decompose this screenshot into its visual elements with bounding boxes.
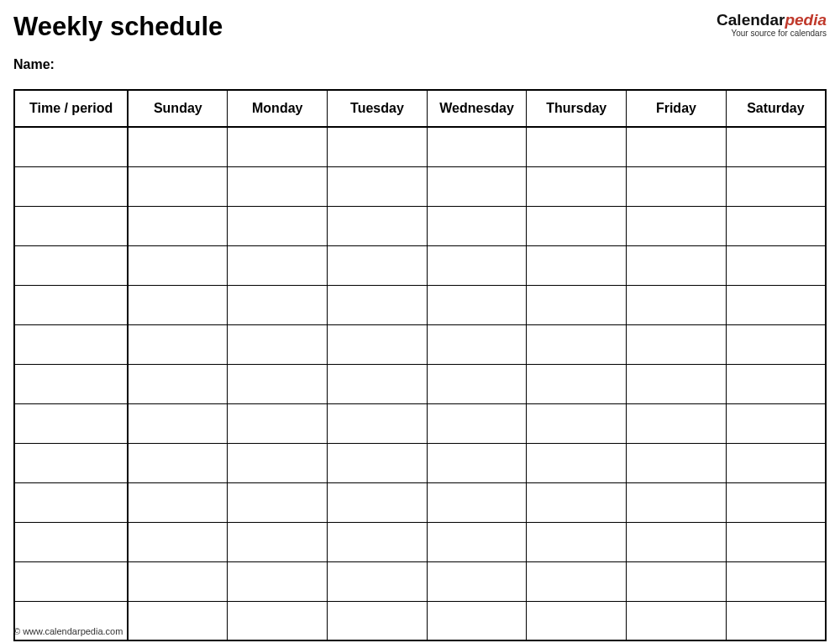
day-cell[interactable]	[627, 166, 727, 206]
day-cell[interactable]	[328, 403, 428, 443]
day-cell[interactable]	[627, 561, 727, 601]
day-cell[interactable]	[726, 482, 826, 522]
day-cell[interactable]	[726, 285, 826, 324]
day-cell[interactable]	[328, 285, 428, 324]
day-cell[interactable]	[527, 245, 627, 285]
day-cell[interactable]	[427, 285, 527, 324]
day-cell[interactable]	[328, 166, 428, 206]
day-cell[interactable]	[627, 443, 727, 482]
day-cell[interactable]	[128, 443, 228, 482]
day-cell[interactable]	[527, 166, 627, 206]
day-cell[interactable]	[527, 285, 627, 324]
day-cell[interactable]	[726, 443, 826, 482]
day-cell[interactable]	[427, 127, 527, 166]
day-cell[interactable]	[427, 482, 527, 522]
day-cell[interactable]	[328, 127, 428, 166]
day-cell[interactable]	[726, 561, 826, 601]
day-cell[interactable]	[228, 522, 328, 561]
time-cell[interactable]	[14, 443, 128, 482]
day-cell[interactable]	[427, 166, 527, 206]
day-cell[interactable]	[427, 324, 527, 364]
day-cell[interactable]	[328, 364, 428, 403]
day-cell[interactable]	[627, 364, 727, 403]
day-cell[interactable]	[228, 245, 328, 285]
day-cell[interactable]	[128, 285, 228, 324]
day-cell[interactable]	[527, 364, 627, 403]
day-cell[interactable]	[627, 245, 727, 285]
day-cell[interactable]	[228, 601, 328, 640]
time-cell[interactable]	[14, 403, 128, 443]
day-cell[interactable]	[328, 324, 428, 364]
day-cell[interactable]	[527, 482, 627, 522]
day-cell[interactable]	[527, 403, 627, 443]
day-cell[interactable]	[427, 443, 527, 482]
day-cell[interactable]	[726, 601, 826, 640]
day-cell[interactable]	[627, 206, 727, 245]
time-cell[interactable]	[14, 127, 128, 166]
day-cell[interactable]	[128, 482, 228, 522]
day-cell[interactable]	[527, 522, 627, 561]
day-cell[interactable]	[726, 522, 826, 561]
day-cell[interactable]	[328, 443, 428, 482]
day-cell[interactable]	[128, 403, 228, 443]
time-cell[interactable]	[14, 285, 128, 324]
day-cell[interactable]	[228, 364, 328, 403]
day-cell[interactable]	[726, 166, 826, 206]
day-cell[interactable]	[128, 561, 228, 601]
day-cell[interactable]	[228, 206, 328, 245]
day-cell[interactable]	[726, 403, 826, 443]
day-cell[interactable]	[228, 166, 328, 206]
day-cell[interactable]	[328, 245, 428, 285]
day-cell[interactable]	[128, 206, 228, 245]
day-cell[interactable]	[527, 127, 627, 166]
time-cell[interactable]	[14, 245, 128, 285]
day-cell[interactable]	[228, 443, 328, 482]
day-cell[interactable]	[527, 561, 627, 601]
day-cell[interactable]	[228, 482, 328, 522]
day-cell[interactable]	[627, 127, 727, 166]
day-cell[interactable]	[527, 443, 627, 482]
day-cell[interactable]	[427, 522, 527, 561]
day-cell[interactable]	[328, 601, 428, 640]
day-cell[interactable]	[228, 324, 328, 364]
day-cell[interactable]	[328, 482, 428, 522]
day-cell[interactable]	[527, 206, 627, 245]
day-cell[interactable]	[726, 127, 826, 166]
day-cell[interactable]	[627, 522, 727, 561]
day-cell[interactable]	[627, 482, 727, 522]
day-cell[interactable]	[427, 364, 527, 403]
day-cell[interactable]	[128, 601, 228, 640]
day-cell[interactable]	[328, 561, 428, 601]
day-cell[interactable]	[726, 245, 826, 285]
day-cell[interactable]	[627, 285, 727, 324]
day-cell[interactable]	[726, 324, 826, 364]
time-cell[interactable]	[14, 166, 128, 206]
day-cell[interactable]	[726, 206, 826, 245]
time-cell[interactable]	[14, 206, 128, 245]
day-cell[interactable]	[228, 127, 328, 166]
day-cell[interactable]	[427, 601, 527, 640]
day-cell[interactable]	[726, 364, 826, 403]
day-cell[interactable]	[228, 285, 328, 324]
time-cell[interactable]	[14, 482, 128, 522]
day-cell[interactable]	[228, 403, 328, 443]
day-cell[interactable]	[128, 245, 228, 285]
day-cell[interactable]	[128, 364, 228, 403]
time-cell[interactable]	[14, 561, 128, 601]
day-cell[interactable]	[328, 522, 428, 561]
day-cell[interactable]	[427, 561, 527, 601]
day-cell[interactable]	[328, 206, 428, 245]
time-cell[interactable]	[14, 522, 128, 561]
day-cell[interactable]	[627, 601, 727, 640]
day-cell[interactable]	[128, 127, 228, 166]
day-cell[interactable]	[228, 561, 328, 601]
day-cell[interactable]	[128, 166, 228, 206]
day-cell[interactable]	[627, 324, 727, 364]
time-cell[interactable]	[14, 324, 128, 364]
day-cell[interactable]	[427, 206, 527, 245]
day-cell[interactable]	[427, 403, 527, 443]
day-cell[interactable]	[527, 601, 627, 640]
day-cell[interactable]	[427, 245, 527, 285]
day-cell[interactable]	[128, 324, 228, 364]
time-cell[interactable]	[14, 364, 128, 403]
